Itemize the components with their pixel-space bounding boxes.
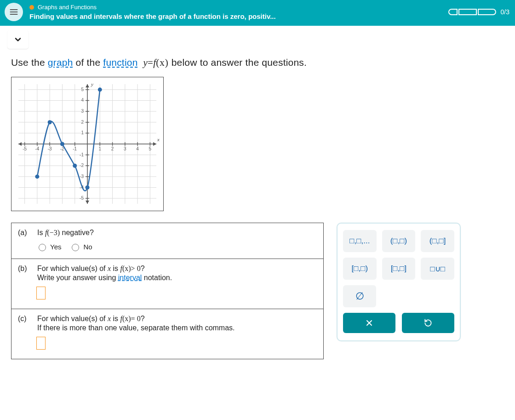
graph-container: -5-5-4-4-3-3-2-2-1-11122334455xy <box>11 77 164 211</box>
hamburger-icon <box>9 7 18 17</box>
palette-list-button[interactable]: □,□,... <box>343 230 377 252</box>
svg-text:-5: -5 <box>80 196 84 201</box>
option-no[interactable]: No <box>69 242 92 251</box>
svg-text:4: 4 <box>136 146 139 151</box>
question-a: (a) Is f(−3) negative? Yes No <box>11 223 323 259</box>
svg-text:4: 4 <box>81 98 84 103</box>
q-c-sub: If there is more than one value, separat… <box>37 324 317 332</box>
palette-empty-set-button[interactable]: ∅ <box>343 285 376 307</box>
menu-button[interactable] <box>5 3 23 21</box>
radio-no[interactable] <box>72 244 79 251</box>
svg-text:2: 2 <box>111 146 114 151</box>
option-yes[interactable]: Yes <box>36 242 61 251</box>
svg-point-71 <box>98 87 102 92</box>
glossary-link-interval[interactable]: interval <box>118 274 142 282</box>
content-area: Use the graph of the function y=f(x) bel… <box>0 49 515 368</box>
svg-text:2: 2 <box>81 120 84 125</box>
svg-text:3: 3 <box>81 109 84 114</box>
close-icon <box>365 318 374 328</box>
function-graph: -5-5-4-4-3-3-2-2-1-11122334455xy <box>11 77 163 211</box>
question-c: (c) For which value(s) of x is f(x)= 0? … <box>11 309 323 359</box>
question-b: (b) For which value(s) of x is f(x)> 0? … <box>11 259 323 309</box>
expand-button[interactable] <box>7 30 29 49</box>
progress-area: 0/3 <box>448 8 509 16</box>
task-title: Finding values and intervals where the g… <box>29 12 448 20</box>
header-titles: Graphs and Functions Finding values and … <box>29 4 448 20</box>
svg-text:-5: -5 <box>23 146 27 151</box>
svg-text:1: 1 <box>81 130 84 135</box>
palette-clear-button[interactable] <box>343 313 395 333</box>
radio-yes[interactable] <box>39 244 46 251</box>
svg-point-66 <box>35 174 39 178</box>
q-a-label: (a) <box>18 229 32 237</box>
svg-text:-2: -2 <box>80 163 84 168</box>
svg-text:-4: -4 <box>35 146 39 151</box>
svg-point-67 <box>48 120 52 124</box>
glossary-link-function[interactable]: function <box>103 57 137 68</box>
app-header: Graphs and Functions Finding values and … <box>0 0 515 26</box>
palette-union-button[interactable]: □∪□ <box>421 258 454 280</box>
questions-panel: (a) Is f(−3) negative? Yes No (b) Fo <box>11 223 324 359</box>
palette-open-open-button[interactable]: (□,□) <box>382 230 416 252</box>
svg-point-69 <box>73 164 77 168</box>
q-c-text: For which value(s) of x is f(x)= 0? <box>37 315 145 323</box>
svg-text:-1: -1 <box>73 146 77 151</box>
eq-lhs: y <box>143 57 148 68</box>
palette-open-closed-button[interactable]: (□,□] <box>421 230 454 252</box>
svg-text:1: 1 <box>98 146 101 151</box>
q-b-label: (b) <box>18 265 32 273</box>
palette-closed-closed-button[interactable]: [□,□] <box>382 258 416 280</box>
svg-text:x: x <box>157 137 160 142</box>
q-a-text: Is f(−3) negative? <box>37 229 94 237</box>
q-c-label: (c) <box>18 315 32 323</box>
svg-point-68 <box>60 142 64 146</box>
svg-text:5: 5 <box>81 87 84 92</box>
topic-line: Graphs and Functions <box>29 4 448 11</box>
svg-point-70 <box>86 185 90 190</box>
svg-text:y: y <box>91 81 93 87</box>
palette-reset-button[interactable] <box>402 313 454 333</box>
q-c-answer-input[interactable] <box>36 337 46 350</box>
svg-text:-3: -3 <box>80 174 84 179</box>
progress-label: 0/3 <box>501 8 509 16</box>
svg-text:-3: -3 <box>48 146 52 151</box>
svg-text:-1: -1 <box>80 152 84 157</box>
topic-dot-icon <box>29 5 34 10</box>
chevron-down-icon <box>13 35 23 44</box>
q-b-answer-input[interactable] <box>36 287 46 299</box>
svg-text:3: 3 <box>124 146 126 151</box>
glossary-link-graph[interactable]: graph <box>48 57 73 68</box>
palette-closed-open-button[interactable]: [□,□) <box>343 258 377 280</box>
svg-text:5: 5 <box>149 146 152 151</box>
q-a-options: Yes No <box>36 242 317 251</box>
symbol-palette: □,□,... (□,□) (□,□] [□,□) [□,□] □∪□ ∅ <box>337 223 461 341</box>
topic-text: Graphs and Functions <box>38 4 97 11</box>
undo-icon <box>423 318 433 328</box>
prompt-line: Use the graph of the function y=f(x) bel… <box>11 57 504 69</box>
progress-indicator <box>448 9 496 15</box>
q-b-text: For which value(s) of x is f(x)> 0? <box>37 265 145 273</box>
q-b-sub: Write your answer using interval notatio… <box>37 274 317 282</box>
work-row: (a) Is f(−3) negative? Yes No (b) Fo <box>11 223 504 359</box>
